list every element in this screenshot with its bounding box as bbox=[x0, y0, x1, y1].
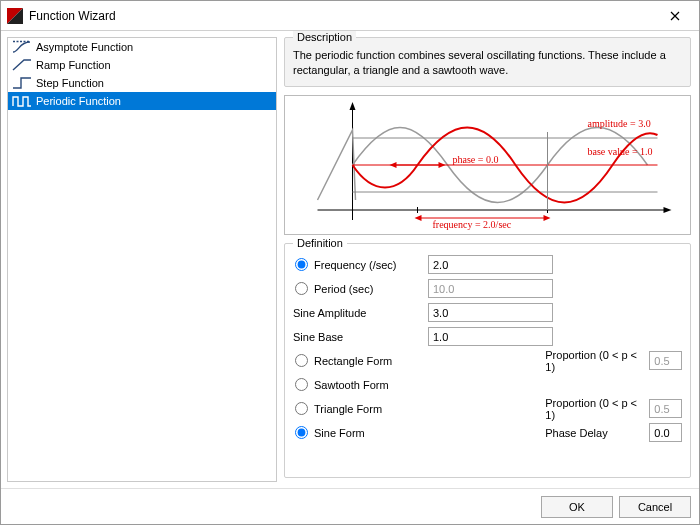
sidebar-item-label: Step Function bbox=[36, 77, 104, 89]
main-pane: Description The periodic function combin… bbox=[280, 31, 699, 488]
row-rectangle: Rectangle Form Proportion (0 < p < 1) bbox=[293, 350, 682, 372]
definition-heading: Definition bbox=[293, 237, 347, 249]
label-tri-prop: Proportion (0 < p < 1) bbox=[543, 397, 649, 421]
anno-base: base value = 1.0 bbox=[588, 146, 653, 157]
titlebar: Function Wizard bbox=[1, 1, 699, 31]
label-phase-delay: Phase Delay bbox=[543, 427, 649, 439]
sidebar-item-asymptote[interactable]: Asymptote Function bbox=[8, 38, 276, 56]
function-preview: amplitude = 3.0 phase = 0.0 base value =… bbox=[284, 95, 691, 235]
definition-group: Definition Frequency (/sec) Period (sec) bbox=[284, 243, 691, 478]
ramp-icon bbox=[12, 58, 32, 72]
input-sine-amplitude[interactable] bbox=[428, 303, 553, 322]
anno-phase: phase = 0.0 bbox=[453, 154, 499, 165]
dialog-body: Asymptote Function Ramp Function Step Fu… bbox=[1, 31, 699, 488]
input-frequency[interactable] bbox=[428, 255, 553, 274]
label-sine-form: Sine Form bbox=[314, 427, 365, 439]
sidebar-item-periodic[interactable]: Periodic Function bbox=[8, 92, 276, 110]
row-frequency: Frequency (/sec) bbox=[293, 254, 682, 276]
window: Function Wizard Asymptote Function Ra bbox=[0, 0, 700, 525]
label-rectangle: Rectangle Form bbox=[314, 355, 392, 367]
input-tri-prop bbox=[649, 399, 682, 418]
row-period: Period (sec) bbox=[293, 278, 682, 300]
ok-button[interactable]: OK bbox=[541, 496, 613, 518]
radio-triangle[interactable] bbox=[295, 402, 308, 415]
description-text: The periodic function combines several o… bbox=[293, 48, 682, 78]
periodic-icon bbox=[12, 94, 32, 108]
row-sine-form: Sine Form Phase Delay bbox=[293, 422, 682, 444]
input-period bbox=[428, 279, 553, 298]
svg-marker-9 bbox=[664, 207, 672, 213]
row-triangle: Triangle Form Proportion (0 < p < 1) bbox=[293, 398, 682, 420]
svg-marker-17 bbox=[439, 162, 446, 168]
row-sine-base: Sine Base bbox=[293, 326, 682, 348]
step-icon bbox=[12, 76, 32, 90]
label-frequency: Frequency (/sec) bbox=[314, 259, 397, 271]
anno-amplitude: amplitude = 3.0 bbox=[588, 118, 651, 129]
svg-marker-19 bbox=[415, 215, 422, 221]
row-sine-amplitude: Sine Amplitude bbox=[293, 302, 682, 324]
label-sine-base: Sine Base bbox=[293, 331, 343, 343]
radio-rectangle[interactable] bbox=[295, 354, 308, 367]
input-rect-prop bbox=[649, 351, 682, 370]
asymptote-icon bbox=[12, 40, 32, 54]
sidebar-item-label: Periodic Function bbox=[36, 95, 121, 107]
sidebar-item-label: Ramp Function bbox=[36, 59, 111, 71]
label-period: Period (sec) bbox=[314, 283, 373, 295]
label-sine-amplitude: Sine Amplitude bbox=[293, 307, 366, 319]
row-sawtooth: Sawtooth Form bbox=[293, 374, 682, 396]
sidebar-item-ramp[interactable]: Ramp Function bbox=[8, 56, 276, 74]
radio-frequency[interactable] bbox=[295, 258, 308, 271]
label-sawtooth: Sawtooth Form bbox=[314, 379, 389, 391]
svg-marker-7 bbox=[350, 102, 356, 110]
input-phase-delay[interactable] bbox=[649, 423, 682, 442]
radio-period[interactable] bbox=[295, 282, 308, 295]
anno-frequency: frequency = 2.0/sec bbox=[433, 219, 512, 230]
description-heading: Description bbox=[293, 31, 356, 43]
radio-sine[interactable] bbox=[295, 426, 308, 439]
sidebar-item-label: Asymptote Function bbox=[36, 41, 133, 53]
description-group: Description The periodic function combin… bbox=[284, 37, 691, 87]
sidebar-item-step[interactable]: Step Function bbox=[8, 74, 276, 92]
svg-marker-20 bbox=[544, 215, 551, 221]
function-list: Asymptote Function Ramp Function Step Fu… bbox=[7, 37, 277, 482]
svg-marker-16 bbox=[390, 162, 397, 168]
close-button[interactable] bbox=[657, 4, 693, 28]
app-icon bbox=[7, 8, 23, 24]
preview-plot: amplitude = 3.0 phase = 0.0 base value =… bbox=[289, 100, 686, 230]
window-title: Function Wizard bbox=[29, 9, 657, 23]
input-sine-base[interactable] bbox=[428, 327, 553, 346]
radio-sawtooth[interactable] bbox=[295, 378, 308, 391]
dialog-buttons: OK Cancel bbox=[1, 488, 699, 524]
label-triangle: Triangle Form bbox=[314, 403, 382, 415]
label-rect-prop: Proportion (0 < p < 1) bbox=[543, 349, 649, 373]
cancel-button[interactable]: Cancel bbox=[619, 496, 691, 518]
